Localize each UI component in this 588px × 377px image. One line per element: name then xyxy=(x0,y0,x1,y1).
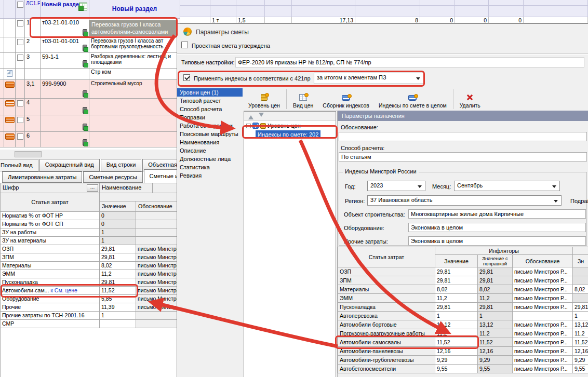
delete-button[interactable]: Удалить xyxy=(455,88,485,111)
category-row-work[interactable]: Работа со строками xyxy=(177,122,243,130)
costs-row[interactable]: ЭММ11,2письмо Минстроя Р... xyxy=(0,270,180,278)
move-up-icon[interactable] xyxy=(248,113,253,119)
tab-estimate-resources[interactable]: Сметные ресурсы xyxy=(83,171,142,183)
index-collection-button[interactable]: Сборник индексов xyxy=(318,88,374,111)
category-officials[interactable]: Должностные лица xyxy=(177,155,243,163)
index-row[interactable]: Автомобили-панелевозы12,1612,16письмо Ми… xyxy=(338,347,588,356)
dialog-categories: Уровни цен (1) Типовой расчет Способ рас… xyxy=(177,88,243,180)
tab-full-view[interactable]: Полный вид xyxy=(0,159,38,171)
year-combobox[interactable]: 2023 xyxy=(367,181,425,191)
index-row[interactable]: Автобетоносмесители9,559,55письмо Минстр… xyxy=(338,365,588,373)
category-statistics[interactable]: Статистика xyxy=(177,163,243,171)
bricks-icon xyxy=(5,82,15,88)
bricks-icon xyxy=(5,100,15,106)
row-checkbox[interactable] xyxy=(17,133,23,140)
row-checkbox[interactable] xyxy=(17,20,23,26)
category-search-routes[interactable]: Поисковые маршруты xyxy=(177,130,243,138)
row-checkbox[interactable] xyxy=(17,100,23,106)
costs-row[interactable]: ЗПМ29,81письмо Минстроя Р... xyxy=(0,253,180,262)
category-corrections[interactable]: Поправки xyxy=(177,113,243,122)
tab-short-view[interactable]: Сокращенный вид xyxy=(39,159,100,171)
costs-row[interactable]: ЗУ на работы1 xyxy=(0,228,180,237)
column-justification: Обоснование xyxy=(513,255,573,267)
category-description[interactable]: Описание xyxy=(177,146,243,155)
index-row[interactable]: Погрузочно-разгрузочные работы11,211,2пи… xyxy=(338,329,588,338)
index-row[interactable]: Пусконаладка29,8129,81письмо Минстроя Р.… xyxy=(338,303,588,312)
tree-root-node[interactable]: Уровень цен xyxy=(244,121,336,129)
select-all-checkbox[interactable] xyxy=(17,2,23,8)
resource-icon xyxy=(83,107,87,114)
column-value: Значение xyxy=(435,255,478,267)
justification-label: Обоснование: xyxy=(341,124,378,130)
price-kind-button[interactable]: Вид цен xyxy=(288,88,318,111)
approved-checkbox[interactable] xyxy=(181,42,188,48)
method-field[interactable]: По статьям xyxy=(339,152,587,161)
estimate-row-3-1[interactable]: 3,1 999-9900 Строительный мусор xyxy=(0,80,180,99)
coins-icon xyxy=(260,123,266,129)
separator xyxy=(177,53,588,55)
horizontal-scrollbar[interactable] xyxy=(0,150,180,159)
costs-row-truck-index[interactable]: Автомобили-сам... к См. цене11,52письмо … xyxy=(0,287,180,295)
apply-mode-combobox[interactable]: за итогом к элементам ПЗ xyxy=(314,73,424,84)
tree-toolbar xyxy=(244,112,336,121)
price-link[interactable]: к См. цене xyxy=(50,287,77,293)
index-row[interactable]: ЭММ11,211,2письмо Минстроя Р... xyxy=(338,294,588,303)
estimate-section-row[interactable]: Стр ком xyxy=(0,69,180,80)
typical-settings-value: ФЕР-2020 И9 приказы НР № 812/пр, СП № 77… xyxy=(235,57,584,68)
column-ls: ЛС1.Р xyxy=(25,0,41,19)
costs-row[interactable]: СМР xyxy=(0,320,180,328)
estimate-row-3[interactable]: 3 59-1-1 Разборка деревянных: лестниц и … xyxy=(0,53,180,69)
section-title: Новый раздел xyxy=(89,0,180,19)
tab-row-view[interactable]: Вид строки xyxy=(101,159,142,171)
index-row[interactable]: Автомобили бортовые13,1213,12письмо Минс… xyxy=(338,320,588,329)
costs-row[interactable]: ОЗП29,81письмо Минстроя Р... xyxy=(0,245,180,253)
costs-row[interactable]: Прочие11,39письмо Минстроя Р... xyxy=(0,303,180,312)
row-checkbox[interactable] xyxy=(17,117,23,123)
category-price-levels[interactable]: Уровни цен (1) xyxy=(177,88,243,97)
region-combobox[interactable]: 37 Ивановская область xyxy=(367,195,562,206)
construction-object-field[interactable]: Многоквартирные жилые дома Кирпичные xyxy=(408,209,586,219)
column-article: Статья затрат xyxy=(0,193,100,212)
column-name: Наименование xyxy=(100,183,153,193)
other-costs-field[interactable]: Экономика в целом xyxy=(408,236,586,246)
collapse-icon[interactable] xyxy=(246,124,251,128)
index-row[interactable]: ОЗП29,8129,81письмо Минстроя Р... xyxy=(338,267,588,276)
indices-whole-estimate-button[interactable]: Индексы по смете в целом xyxy=(374,88,451,111)
tab-limited-costs[interactable]: Лимитированные затраты xyxy=(2,171,82,183)
costs-row[interactable]: Норматив % от ФОТ НР0 xyxy=(0,212,180,220)
costs-row[interactable]: Материалы8,02письмо Минстроя Р... xyxy=(0,262,180,270)
new-section-icon[interactable] xyxy=(79,3,87,10)
costs-row[interactable]: Оборудование5,85письмо Минстроя Р... xyxy=(0,295,180,303)
ellipsis-button[interactable]: ... xyxy=(87,184,98,192)
costs-row[interactable]: ЗУ на материалы1 xyxy=(0,237,180,245)
month-combobox[interactable]: Сентябрь xyxy=(454,181,560,191)
tree-checkbox[interactable] xyxy=(252,123,259,129)
apply-421-checkbox[interactable] xyxy=(183,74,190,81)
costs-row[interactable]: Пусконаладка29,81письмо Минстроя Р... xyxy=(0,278,180,287)
index-row-dump-trucks[interactable]: Автомобили-самосвалы11,5211,52письмо Мин… xyxy=(338,338,588,347)
justification-field[interactable] xyxy=(339,132,587,141)
index-row[interactable]: Автоперевозка111 xyxy=(338,312,588,320)
price-level-button[interactable]: Уровень цен xyxy=(244,88,285,111)
estimate-row-4[interactable]: 4 xyxy=(0,99,180,115)
category-typical-calc[interactable]: Типовой расчет xyxy=(177,97,243,105)
move-down-icon[interactable] xyxy=(259,113,264,119)
estimate-row-5[interactable]: 5 xyxy=(0,115,180,132)
costs-row[interactable]: Норматив % от ФОТ СП0 xyxy=(0,220,180,228)
index-row[interactable]: Материалы8,028,02письмо Минстроя Р...8,0… xyxy=(338,285,588,294)
scrollbar-thumb[interactable] xyxy=(15,151,42,157)
estimate-row-2[interactable]: 2 т03-01-01-001 Перевозка грузов I класс… xyxy=(0,37,180,53)
indices-node[interactable]: Индексы по смете: 202 xyxy=(256,130,320,139)
row-checkbox[interactable] xyxy=(17,39,23,45)
costs-row[interactable]: Прочие затраты по ТСН-2001.161 xyxy=(0,312,180,320)
index-row[interactable]: Автомобили-трубоплетевозы9,299,29письмо … xyxy=(338,356,588,365)
category-calc-method[interactable]: Способ расчета xyxy=(177,105,243,113)
index-row[interactable]: ЗПМ29,8129,81письмо Минстроя Р... xyxy=(338,276,588,285)
year-label: Год: xyxy=(345,183,356,190)
tree-child-node[interactable]: Индексы по смете: 202 xyxy=(256,130,336,140)
category-revision[interactable]: Ревизия xyxy=(177,171,243,180)
equipment-field[interactable]: Экономика в целом xyxy=(408,223,586,232)
row-checkbox[interactable] xyxy=(17,55,23,61)
category-names[interactable]: Наименования xyxy=(177,138,243,146)
estimate-row-6[interactable]: 6 xyxy=(0,132,180,147)
